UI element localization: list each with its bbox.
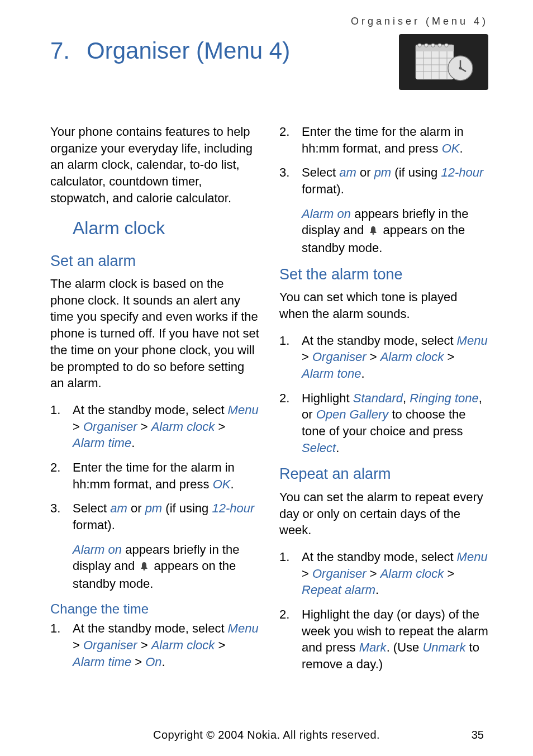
footer: Copyright © 2004 Nokia. All rights reser… [0,729,533,741]
step-number: 1. [50,402,60,419]
ui-term: 12-hour [441,165,483,179]
step-text: > [215,638,225,652]
svg-rect-3 [425,44,428,47]
ui-term: Alarm clock [151,420,215,434]
ui-term: am [339,165,356,179]
running-header: Organiser (Menu 4) [50,16,488,27]
ui-term: pm [145,501,163,515]
ui-term: pm [374,165,392,179]
ui-term: am [110,501,127,515]
step-text: > [73,638,83,652]
ui-term: Alarm on [73,543,122,557]
ui-term: Alarm clock [380,350,444,364]
set-alarm-heading: Set an alarm [50,251,259,271]
ui-term: Menu [228,403,259,417]
list-item: 1. At the standby mode, select Menu > Or… [279,332,488,382]
step-text: . [131,436,135,450]
list-item: 1. At the standby mode, select Menu > Or… [50,620,259,670]
ui-term: On [145,655,161,669]
repeat-intro: You can set the alarm to repeat every da… [279,489,488,539]
step-number: 2. [279,606,289,623]
step-text: > [73,420,83,434]
ui-term: Alarm clock [151,638,215,652]
step-number: 2. [50,459,60,476]
ui-term: Menu [457,550,488,564]
list-item: 2. Highlight the day (or days) of the we… [279,606,488,673]
step-text: Highlight [302,391,353,405]
step-number: 2. [279,390,289,407]
alarm-on-note: Alarm on appears briefly in the display … [279,206,488,256]
step-text: At the standby mode, select [302,334,457,348]
step-text: Select [73,501,110,515]
left-column: Your phone contains features to help org… [50,123,259,681]
list-item: 2. Highlight Standard, Ringing tone, or … [279,390,488,457]
change-time-heading: Change the time [50,600,259,618]
svg-rect-6 [445,44,448,47]
svg-rect-2 [418,44,421,47]
step-text: or [127,501,145,515]
repeat-steps: 1. At the standby mode, select Menu > Or… [279,549,488,673]
step-text: > [137,420,151,434]
ui-term: Organiser [312,567,367,581]
step-text: or [356,165,374,179]
list-item: 3. Select am or pm (if using 12-hour for… [50,500,259,533]
step-text: At the standby mode, select [73,621,228,635]
svg-rect-4 [431,44,435,47]
step-text: At the standby mode, select [73,403,228,417]
alarm-on-note: Alarm on appears briefly in the display … [50,541,259,592]
list-item: 2. Enter the time for the alarm in hh:mm… [279,123,488,156]
ui-term: Ringing tone [410,391,479,405]
copyright: Copyright © 2004 Nokia. All rights reser… [153,729,380,741]
list-item: 1. At the standby mode, select Menu > Or… [279,549,488,598]
ui-term: Menu [228,621,259,635]
step-text: > [302,350,312,364]
page-number: 35 [472,729,484,741]
ui-term: Organiser [83,420,137,434]
svg-point-18 [144,569,145,570]
set-tone-steps: 1. At the standby mode, select Menu > Or… [279,332,488,457]
step-text: Enter the time for the alarm in hh:mm fo… [302,125,464,155]
ui-term: Alarm clock [380,567,444,581]
ui-term: Organiser [312,350,367,364]
ui-term: Repeat alarm [302,583,375,597]
step-text: . [162,655,165,669]
step-text: > [215,420,225,434]
step-text: . [459,141,463,155]
repeat-alarm-heading: Repeat an alarm [279,464,488,484]
list-item: 1. At the standby mode, select Menu > Or… [50,402,259,451]
calendar-clock-icon [399,34,488,90]
ui-term: OK [213,477,231,491]
ui-term: OK [442,141,460,155]
change-time-steps: 1. At the standby mode, select Menu > Or… [50,620,259,670]
step-text: . [230,477,234,491]
set-alarm-steps: 1. At the standby mode, select Menu > Or… [50,402,259,534]
bell-icon [367,223,379,240]
ui-term: Select [302,441,336,455]
step-number: 3. [50,500,60,517]
step-text: (if using [162,501,212,515]
step-text: format). [302,182,344,196]
list-item: 3. Select am or pm (if using 12-hour for… [279,164,488,197]
step-number: 1. [279,549,289,565]
step-text: > [444,350,454,364]
step-number: 1. [50,620,60,637]
step-text: > [444,567,454,581]
step-text: > [302,567,312,581]
step-text: Enter the time for the alarm in hh:mm fo… [73,460,235,491]
set-tone-intro: You can set which tone is played when th… [279,289,488,322]
list-item: 2. Enter the time for the alarm in hh:mm… [50,459,259,492]
ui-term: Alarm tone [302,367,361,381]
ui-term: Open Gallery [316,407,389,421]
content-columns: Your phone contains features to help org… [50,123,488,681]
set-alarm-intro: The alarm clock is based on the phone cl… [50,275,259,392]
ui-term: Alarm time [73,436,131,450]
right-column: 2. Enter the time for the alarm in hh:mm… [279,123,488,681]
step-text: > [137,638,151,652]
bell-icon [138,559,150,576]
step-number: 2. [279,123,289,140]
ui-term: Mark [359,640,387,654]
step-text: format). [73,518,115,532]
step-text: . [361,367,364,381]
step-text: (if using [391,165,441,179]
alarm-clock-heading: Alarm clock [73,216,259,240]
